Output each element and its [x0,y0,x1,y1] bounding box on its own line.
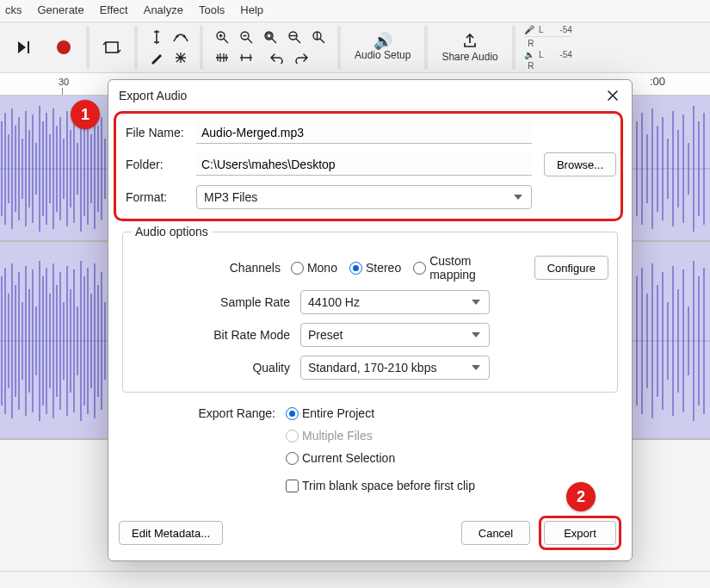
svg-point-2 [176,35,179,38]
radio-current-selection[interactable] [286,452,299,465]
radio-mono[interactable] [291,262,304,275]
edit-metadata-button[interactable]: Edit Metadata... [119,521,223,545]
samplerate-value: 44100 Hz [308,295,360,309]
bitrate-select[interactable]: Preset [300,323,490,347]
skip-to-end-button[interactable] [7,28,41,66]
share-audio-button[interactable]: Share Audio [433,25,506,70]
meter-L-1: L [538,25,545,34]
record-button[interactable] [46,28,81,66]
meter-val-2: -54 [548,50,572,59]
zoom-in-icon[interactable] [212,28,232,46]
multi-tool-icon[interactable] [170,48,191,67]
redo-icon[interactable] [291,48,312,67]
quality-select[interactable]: Standard, 170-210 kbps [300,356,490,380]
menu-tracks-truncated[interactable]: cks [5,3,22,16]
audio-options-legend: Audio options [132,225,212,238]
speaker-meter-icon[interactable]: 🔈 [524,50,534,59]
trim-icon[interactable] [212,48,232,67]
undo-icon[interactable] [267,48,287,67]
edit-tools-group [143,26,194,69]
mic-icon[interactable]: 🎤 [524,25,534,34]
radio-entire-project[interactable] [286,407,299,420]
svg-rect-1 [106,42,118,53]
filename-label: File Name: [126,126,196,139]
folder-input[interactable] [196,153,532,176]
samplerate-select[interactable]: 44100 Hz [300,290,490,314]
export-audio-dialog: Export Audio File Name: Folder: Browse..… [108,79,633,561]
status-bar [0,571,710,588]
dialog-bottom-bar: Edit Metadata... Cancel Export [108,509,632,560]
bitrate-value: Preset [308,328,343,342]
bitrate-label: Bit Rate Mode [132,328,300,342]
svg-rect-7 [267,34,271,38]
ruler-tick-end: :00 [650,75,665,88]
meter-val-1: -54 [548,25,572,34]
main-toolbar: 🔊 Audio Setup Share Audio 🎤 L -54 R 🔈 L [0,22,710,73]
radio-custom[interactable] [413,262,426,275]
format-label: Format: [126,190,196,204]
export-range-label: Export Range: [117,406,286,420]
annotation-box-2: Export [539,516,621,550]
channels-label: Channels [132,261,291,275]
radio-mono-label: Mono [307,261,337,275]
format-select[interactable]: MP3 Files [196,185,532,209]
browse-button[interactable]: Browse... [544,152,616,176]
checkbox-trim-blank[interactable] [286,480,299,492]
samplerate-label: Sample Rate [132,295,300,309]
share-icon [462,33,478,51]
export-range-group: Export Range: Entire Project Multiple Fi… [117,406,623,492]
menu-help[interactable]: Help [240,3,263,16]
filename-input[interactable] [196,121,532,144]
configure-button[interactable]: Configure [534,256,608,280]
meter-R-1: R [528,39,534,48]
checkbox-trim-blank-label: Trim blank space before first clip [302,479,475,492]
cancel-button[interactable]: Cancel [461,521,530,545]
radio-custom-label: Custom mapping [429,254,515,282]
close-icon [607,90,619,102]
dialog-close-button[interactable] [602,85,623,106]
radio-multiple-files-label: Multiple Files [302,429,373,443]
dialog-titlebar: Export Audio [108,80,632,109]
silence-icon[interactable] [236,48,256,67]
menu-analyze[interactable]: Analyze [144,3,183,16]
zoom-tools-group [208,26,332,69]
radio-entire-project-label: Entire Project [302,406,374,420]
svg-point-0 [57,40,71,54]
meters: 🎤 L -54 R 🔈 L -54 R [524,25,572,71]
radio-stereo-label: Stereo [366,261,401,275]
folder-label: Folder: [126,158,196,171]
speaker-icon: 🔊 [374,34,392,49]
export-button[interactable]: Export [544,521,616,545]
radio-multiple-files [286,430,299,443]
audio-options-group: Audio options Channels Mono Stereo Custo… [122,225,618,393]
zoom-toggle-icon[interactable] [308,28,329,46]
menu-bar: cks Generate Effect Analyze Tools Help [0,0,710,22]
meter-R-2: R [528,61,534,71]
zoom-out-icon[interactable] [236,28,256,46]
ruler-tick-30: 30 [59,77,69,87]
menu-generate[interactable]: Generate [38,3,84,16]
share-audio-label: Share Audio [441,51,497,63]
loop-button[interactable] [95,28,129,66]
selection-tool-icon[interactable] [146,28,167,46]
dialog-title: Export Audio [119,89,187,102]
draw-tool-icon[interactable] [146,48,167,67]
svg-point-3 [183,35,186,38]
format-value: MP3 Files [204,190,257,204]
annotation-badge-2: 2 [566,482,596,511]
quality-label: Quality [132,361,300,374]
radio-current-selection-label: Current Selection [302,451,395,465]
annotation-badge-1: 1 [71,100,100,129]
menu-tools[interactable]: Tools [199,3,225,16]
envelope-tool-icon[interactable] [170,28,191,46]
quality-value: Standard, 170-210 kbps [308,361,436,374]
menu-effect[interactable]: Effect [100,3,128,16]
meter-L-2: L [538,50,545,59]
fit-selection-icon[interactable] [260,28,281,46]
radio-stereo[interactable] [349,262,362,275]
audio-setup-button[interactable]: 🔊 Audio Setup [346,25,419,70]
fit-project-icon[interactable] [284,28,305,46]
audio-setup-label: Audio Setup [355,49,411,61]
